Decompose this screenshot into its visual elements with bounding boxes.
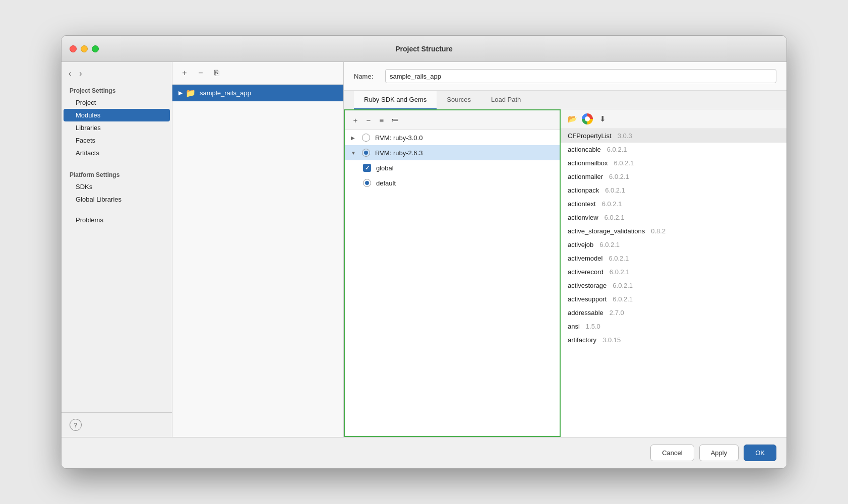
chevron-right-icon: ▶ — [351, 135, 357, 141]
gem-name: ansi — [568, 323, 580, 330]
sidebar-item-global-libraries[interactable]: Global Libraries — [62, 193, 172, 206]
close-button[interactable] — [70, 45, 77, 52]
edit-sdk-button2[interactable]: ≔ — [389, 114, 400, 125]
gem-item[interactable]: actionmailer6.0.2.1 — [561, 170, 786, 183]
gem-item[interactable]: actiontext6.0.2.1 — [561, 197, 786, 211]
gem-item[interactable]: activestorage6.0.2.1 — [561, 279, 786, 292]
add-module-button[interactable]: + — [178, 67, 191, 79]
sdk-item-name: global — [376, 164, 394, 172]
sidebar-item-label: Libraries — [76, 124, 101, 132]
sidebar-spacer — [62, 159, 172, 167]
gem-version: 6.0.2.1 — [609, 255, 629, 262]
name-row: Name: — [344, 62, 786, 91]
sidebar-item-sdks[interactable]: SDKs — [62, 180, 172, 193]
minimize-button[interactable] — [81, 45, 88, 52]
forward-button[interactable]: › — [76, 68, 85, 79]
gem-version: 2.7.0 — [610, 309, 624, 317]
main-layout: ‹ › Project Settings Project Modules Lib… — [62, 62, 786, 437]
gem-version: 6.0.2.1 — [613, 295, 633, 303]
gem-item[interactable]: active_storage_validations0.8.2 — [561, 224, 786, 238]
gem-version: 6.0.2.1 — [607, 146, 627, 153]
sdk-item-name: RVM: ruby-3.0.0 — [375, 134, 422, 142]
add-sdk-button[interactable]: + — [350, 114, 361, 125]
folder-button[interactable]: 📂 — [567, 113, 578, 124]
sidebar-bottom: ? — [62, 412, 172, 437]
remove-sdk-button[interactable]: − — [363, 114, 374, 125]
download-button[interactable]: ⬇ — [597, 113, 608, 124]
gem-name: activerecord — [568, 268, 603, 276]
gem-version: 6.0.2.1 — [609, 173, 629, 180]
gem-version: 6.0.2.1 — [602, 200, 622, 208]
radio-default[interactable] — [363, 179, 371, 187]
gem-item[interactable]: addressable2.7.0 — [561, 306, 786, 320]
gems-toolbar: 📂 ⬇ — [561, 109, 786, 129]
sidebar: ‹ › Project Settings Project Modules Lib… — [62, 62, 172, 437]
module-item-sample-rails-app[interactable]: ▶ 📁 sample_rails_app — [172, 85, 343, 101]
folder-icon: 📂 — [568, 114, 577, 123]
gem-item[interactable]: activemodel6.0.2.1 — [561, 251, 786, 265]
gem-item[interactable]: CFPropertyList3.0.3 — [561, 129, 786, 143]
sdk-item-name: RVM: ruby-2.6.3 — [375, 149, 422, 157]
center-toolbar: + − ⎘ — [172, 62, 343, 85]
apply-button[interactable]: Apply — [699, 445, 739, 461]
gem-item[interactable]: actionmailbox6.0.2.1 — [561, 156, 786, 170]
ok-button[interactable]: OK — [744, 445, 776, 461]
center-panel: + − ⎘ ▶ 📁 sample_rails_app — [172, 62, 344, 437]
gem-name: actionpack — [568, 186, 599, 194]
sidebar-item-libraries[interactable]: Libraries — [62, 121, 172, 134]
cancel-button[interactable]: Cancel — [650, 445, 694, 461]
sidebar-item-modules[interactable]: Modules — [64, 109, 170, 121]
gem-version: 6.0.2.1 — [610, 268, 630, 276]
chrome-button[interactable] — [582, 113, 593, 124]
gem-item[interactable]: activejob6.0.2.1 — [561, 238, 786, 251]
tab-load-path[interactable]: Load Path — [481, 91, 531, 109]
back-button[interactable]: ‹ — [66, 68, 74, 79]
checkbox-global[interactable]: ✓ — [363, 164, 371, 172]
radio-rvm-263[interactable] — [362, 149, 370, 157]
sidebar-item-project[interactable]: Project — [62, 96, 172, 109]
copy-module-button[interactable]: ⎘ — [211, 67, 223, 79]
tab-ruby-sdk[interactable]: Ruby SDK and Gems — [354, 91, 437, 109]
sidebar-item-problems[interactable]: Problems — [62, 214, 172, 226]
gem-name: CFPropertyList — [568, 132, 612, 140]
module-name: sample_rails_app — [200, 89, 251, 97]
gem-version: 6.0.2.1 — [614, 159, 634, 167]
gem-item[interactable]: ansi1.5.0 — [561, 320, 786, 333]
sdk-item-rvm-263[interactable]: ▼ RVM: ruby-2.6.3 — [345, 145, 560, 160]
chrome-icon — [582, 113, 593, 124]
gem-version: 6.0.2.1 — [613, 282, 633, 289]
tabs-row: Ruby SDK and Gems Sources Load Path — [344, 91, 786, 109]
sidebar-spacer2 — [62, 206, 172, 214]
sdk-item-global[interactable]: ✓ global — [345, 160, 560, 175]
sidebar-nav: ‹ › — [62, 66, 172, 83]
sidebar-item-label: Artifacts — [76, 149, 99, 157]
gem-name: actionmailbox — [568, 159, 608, 167]
gem-version: 0.8.2 — [651, 227, 665, 235]
gem-item[interactable]: artifactory3.0.15 — [561, 333, 786, 347]
remove-module-button[interactable]: − — [195, 67, 207, 79]
sdk-item-rvm-300[interactable]: ▶ RVM: ruby-3.0.0 — [345, 130, 560, 145]
window-title: Project Structure — [395, 45, 453, 53]
sidebar-item-label: SDKs — [76, 183, 92, 191]
gem-version: 6.0.2.1 — [599, 241, 620, 248]
help-button[interactable]: ? — [70, 419, 82, 431]
radio-rvm-300[interactable] — [362, 134, 370, 142]
titlebar: Project Structure — [62, 36, 786, 62]
gem-item[interactable]: actionview6.0.2.1 — [561, 211, 786, 224]
sidebar-item-label: Global Libraries — [76, 196, 122, 203]
gem-item[interactable]: activesupport6.0.2.1 — [561, 292, 786, 306]
tab-sources[interactable]: Sources — [437, 91, 481, 109]
gem-name: actioncable — [568, 146, 601, 153]
sidebar-item-artifacts[interactable]: Artifacts — [62, 147, 172, 159]
sidebar-item-facets[interactable]: Facets — [62, 134, 172, 147]
sdk-item-default[interactable]: default — [345, 175, 560, 191]
name-input[interactable] — [385, 69, 776, 83]
gem-item[interactable]: activerecord6.0.2.1 — [561, 265, 786, 279]
gem-version: 3.0.15 — [602, 336, 621, 344]
edit-sdk-button1[interactable]: ≡ — [376, 114, 387, 125]
sidebar-item-label: Project — [76, 99, 96, 106]
gem-item[interactable]: actioncable6.0.2.1 — [561, 143, 786, 156]
maximize-button[interactable] — [92, 45, 99, 52]
gem-item[interactable]: actionpack6.0.2.1 — [561, 183, 786, 197]
gem-name: addressable — [568, 309, 603, 317]
